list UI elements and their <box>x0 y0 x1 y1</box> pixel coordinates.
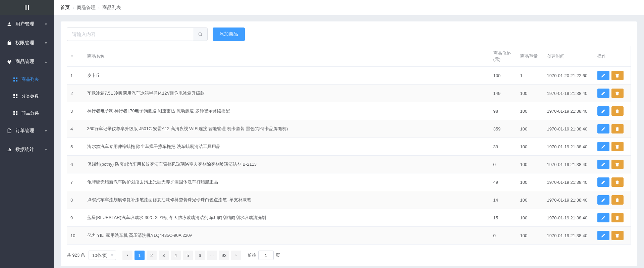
pag-page[interactable]: 5 <box>183 251 193 260</box>
cell-price: 39 <box>490 138 517 156</box>
page-size-select[interactable]: 10条/页 <box>89 251 116 260</box>
cell-time: 1970-01-19 21:38:40 <box>544 173 594 191</box>
edit-button[interactable] <box>597 195 609 205</box>
table-row: 5淘尔杰汽车专用伸缩蜡拖 除尘车掸子擦车拖把 洗车蜡刷清洁工具用品3910019… <box>67 138 631 156</box>
table-row: 6保赐利(botny) 防雾剂汽车用长效雾清车窗挡风玻璃浴室去雾剂除雾剂玻璃清洁… <box>67 156 631 173</box>
delete-icon <box>615 145 620 149</box>
nav-label: 商品管理 <box>15 59 34 65</box>
toolbar: 添加商品 <box>67 28 631 41</box>
chevron-left-icon <box>126 254 129 257</box>
delete-button[interactable] <box>611 106 624 116</box>
cell-weight: 100 <box>517 85 544 102</box>
edit-button[interactable] <box>597 231 609 240</box>
cell-idx: 5 <box>67 138 84 156</box>
pag-prev[interactable] <box>122 251 132 260</box>
svg-rect-1 <box>16 77 17 79</box>
search-wrap <box>67 28 208 41</box>
pag-page[interactable]: 4 <box>171 251 181 260</box>
delete-icon <box>615 109 620 113</box>
table-row: 7龟牌硬壳蜡新汽车防护划痕去污上光抛光养护漆固体洗车打蜡腊正品491001970… <box>67 173 631 191</box>
pagination: 共 923 条 10条/页 1 2 3 4 5 6 ··· 93 前往 <box>67 251 631 260</box>
nav-orders[interactable]: 订单管理 ▾ <box>0 121 54 140</box>
cell-weight: 100 <box>517 156 544 173</box>
table-row: 1皮卡丘10011970-01-20 21:22:60 <box>67 67 631 85</box>
delete-icon <box>615 91 620 96</box>
breadcrumb-last: 商品列表 <box>102 5 121 11</box>
nav-category-params[interactable]: 分类参数 <box>0 88 54 105</box>
jump-input[interactable] <box>258 251 274 260</box>
svg-rect-9 <box>16 111 17 113</box>
search-input[interactable] <box>67 28 193 41</box>
edit-icon <box>601 233 605 238</box>
edit-icon <box>601 127 605 131</box>
cell-idx: 1 <box>67 67 84 85</box>
delete-button[interactable] <box>611 195 624 205</box>
search-button[interactable] <box>193 28 208 41</box>
svg-rect-10 <box>13 113 15 115</box>
nav-goods-category[interactable]: 商品分类 <box>0 105 54 121</box>
edit-button[interactable] <box>597 124 609 133</box>
edit-icon <box>601 73 605 78</box>
logo-bar <box>0 0 54 15</box>
delete-button[interactable] <box>611 124 624 133</box>
cell-time: 1970-01-19 21:38:40 <box>544 120 594 138</box>
svg-rect-4 <box>13 94 15 96</box>
table-row: 3神行者电子狗 神行者L70电子狗测速 测速雷达 流动测速 多种警示路段提醒98… <box>67 102 631 120</box>
pag-page[interactable]: 6 <box>195 251 205 260</box>
cell-weight: 100 <box>517 138 544 156</box>
delete-button[interactable] <box>611 160 624 169</box>
cell-weight: 100 <box>517 209 544 227</box>
edit-button[interactable] <box>597 160 609 169</box>
delete-button[interactable] <box>611 231 624 240</box>
edit-button[interactable] <box>597 106 609 116</box>
delete-button[interactable] <box>611 89 624 98</box>
svg-point-12 <box>199 33 201 35</box>
pag-page[interactable]: 3 <box>159 251 169 260</box>
cell-time: 1970-01-19 21:38:40 <box>544 102 594 120</box>
search-icon <box>198 32 203 37</box>
goods-table: # 商品名称 商品价格(元) 商品重量 创建时间 操作 1皮卡丘10011970… <box>67 46 631 245</box>
nav-users[interactable]: 用户管理 ▾ <box>0 15 54 34</box>
cell-action <box>594 138 631 156</box>
jump-suffix: 页 <box>276 252 280 258</box>
nav-permissions[interactable]: 权限管理 ▾ <box>0 34 54 52</box>
th-price: 商品价格(元) <box>490 46 517 67</box>
add-goods-button[interactable]: 添加商品 <box>213 28 245 41</box>
pag-page[interactable]: 1 <box>135 251 145 260</box>
nav-goods[interactable]: 商品管理 ▴ <box>0 52 54 71</box>
content-card: 添加商品 # 商品名称 商品价格(元) 商品重量 创建时间 操作 1皮卡丘100… <box>60 21 637 266</box>
delete-button[interactable] <box>611 213 624 222</box>
cell-price: 0 <box>490 227 517 245</box>
delete-button[interactable] <box>611 142 624 151</box>
nav-goods-list[interactable]: 商品列表 <box>0 71 54 88</box>
grid-icon <box>13 94 18 99</box>
svg-rect-8 <box>13 111 15 113</box>
delete-button[interactable] <box>611 177 624 187</box>
chevron-right-icon <box>234 254 238 257</box>
cell-idx: 7 <box>67 173 84 191</box>
menu-toggle-icon[interactable] <box>25 5 29 10</box>
edit-icon <box>601 109 605 113</box>
delete-button[interactable] <box>611 71 624 80</box>
breadcrumb-home[interactable]: 首页 <box>60 5 70 11</box>
cell-price: 15 <box>490 209 517 227</box>
breadcrumb-mid[interactable]: 商品管理 <box>77 5 96 11</box>
cell-action <box>594 191 631 209</box>
pag-next[interactable] <box>231 251 241 260</box>
edit-button[interactable] <box>597 213 609 222</box>
edit-button[interactable] <box>597 142 609 151</box>
delete-icon <box>615 127 620 131</box>
pag-ellipsis[interactable]: ··· <box>207 251 217 260</box>
cell-action <box>594 67 631 85</box>
edit-icon <box>601 216 605 220</box>
edit-button[interactable] <box>597 177 609 187</box>
cell-time: 1970-01-19 21:38:40 <box>544 85 594 102</box>
cell-name: 神行者电子狗 神行者L70电子狗测速 测速雷达 流动测速 多种警示路段提醒 <box>84 102 490 120</box>
pag-last[interactable]: 93 <box>219 251 229 260</box>
nav-stats[interactable]: 数据统计 ▾ <box>0 140 54 159</box>
edit-button[interactable] <box>597 71 609 80</box>
cell-action <box>594 85 631 102</box>
edit-button[interactable] <box>597 89 609 98</box>
cell-idx: 10 <box>67 227 84 245</box>
pag-page[interactable]: 2 <box>147 251 157 260</box>
